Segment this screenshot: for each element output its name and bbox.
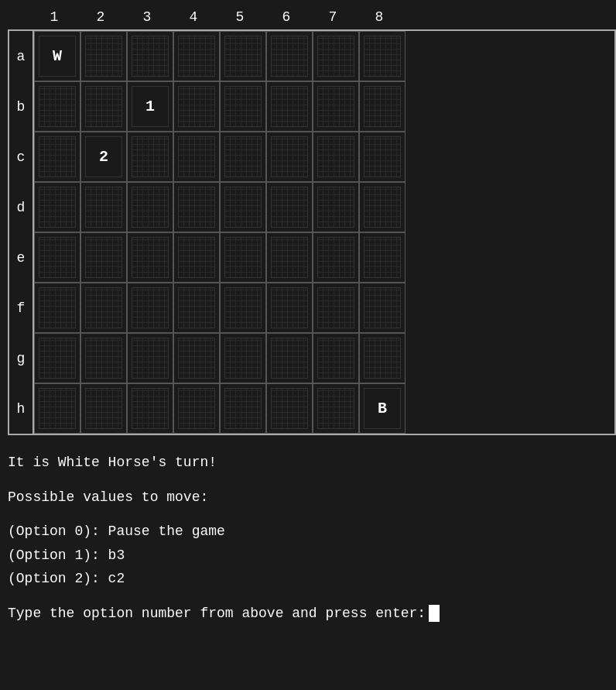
cell-a7 [313, 31, 359, 81]
cell-h6 [266, 383, 313, 434]
cell-g6 [266, 333, 313, 383]
row-label-c: c [9, 149, 33, 165]
row-label-b: b [9, 99, 33, 115]
row-label-f: f [9, 300, 33, 316]
cell-a1: W [34, 31, 80, 81]
cell-h8: B [359, 383, 406, 434]
cell-h3 [127, 383, 173, 434]
cell-g7 [313, 333, 359, 383]
cell-b2 [80, 81, 127, 132]
cell-d1 [34, 182, 80, 232]
possible-values-label: Possible values to move: [8, 486, 616, 510]
row-f: f [9, 283, 614, 333]
cell-e5 [220, 232, 266, 283]
row-label-g: g [9, 351, 33, 366]
cell-e3 [127, 232, 173, 283]
col-header-1: 1 [31, 8, 77, 29]
col-header-8: 8 [356, 8, 402, 29]
col-header-3: 3 [124, 8, 170, 29]
piece-a1: W [53, 47, 62, 65]
row-label-h: h [9, 401, 33, 417]
option-1: (Option 1): b3 [8, 544, 616, 568]
cell-f8 [359, 283, 406, 333]
cell-d2 [80, 182, 127, 232]
cell-d7 [313, 182, 359, 232]
text-cursor [429, 605, 440, 622]
option-2: (Option 2): c2 [8, 567, 616, 591]
cell-c2: 2 [80, 132, 127, 182]
col-header-7: 7 [310, 8, 356, 29]
cell-h4 [173, 383, 220, 434]
cell-f3 [127, 283, 173, 333]
row-b-cells: 1 [33, 81, 406, 132]
cell-c8 [359, 132, 406, 182]
cell-a3 [127, 31, 173, 81]
cell-f4 [173, 283, 220, 333]
row-a: a W [9, 31, 614, 81]
cell-c1 [34, 132, 80, 182]
row-label-d: d [9, 200, 33, 215]
cell-f6 [266, 283, 313, 333]
cell-f1 [34, 283, 80, 333]
row-d: d [9, 182, 614, 232]
cell-a8 [359, 31, 406, 81]
cell-e1 [34, 232, 80, 283]
row-label-e: e [9, 250, 33, 266]
cell-b5 [220, 81, 266, 132]
row-e-cells [33, 232, 406, 283]
row-h: h B [9, 383, 614, 434]
cell-a4 [173, 31, 220, 81]
cell-b3: 1 [127, 81, 173, 132]
row-e: e [9, 232, 614, 283]
cell-h5 [220, 383, 266, 434]
cell-f7 [313, 283, 359, 333]
option-0: (Option 0): Pause the game [8, 520, 616, 544]
row-c-cells: 2 [33, 132, 406, 182]
cell-c4 [173, 132, 220, 182]
cell-b4 [173, 81, 220, 132]
cell-e7 [313, 232, 359, 283]
cell-g2 [80, 333, 127, 383]
cell-a5 [220, 31, 266, 81]
info-section: It is White Horse's turn! Possible value… [8, 451, 616, 626]
cell-g8 [359, 333, 406, 383]
cell-f5 [220, 283, 266, 333]
col-header-2: 2 [77, 8, 124, 29]
cell-h2 [80, 383, 127, 434]
row-g-cells [33, 333, 406, 383]
cell-g4 [173, 333, 220, 383]
cell-c5 [220, 132, 266, 182]
cell-g3 [127, 333, 173, 383]
row-c: c 2 [9, 132, 614, 182]
row-f-cells [33, 283, 406, 333]
cell-b1 [34, 81, 80, 132]
col-header-6: 6 [263, 8, 310, 29]
cell-d5 [220, 182, 266, 232]
column-headers: 1 2 3 4 5 6 7 8 [31, 8, 616, 29]
input-prompt-area[interactable]: Type the option number from above and pr… [8, 602, 616, 626]
board-grid: a W b 1 [8, 29, 616, 435]
cell-d8 [359, 182, 406, 232]
cell-c3 [127, 132, 173, 182]
cell-b6 [266, 81, 313, 132]
cell-b7 [313, 81, 359, 132]
piece-b3: 1 [145, 98, 155, 115]
input-prompt-text: Type the option number from above and pr… [8, 602, 426, 626]
cell-d6 [266, 182, 313, 232]
cell-e8 [359, 232, 406, 283]
col-header-5: 5 [217, 8, 263, 29]
cell-e4 [173, 232, 220, 283]
piece-c2: 2 [99, 148, 108, 166]
cell-a6 [266, 31, 313, 81]
cell-h1 [34, 383, 80, 434]
cell-c7 [313, 132, 359, 182]
cell-a2 [80, 31, 127, 81]
cell-e6 [266, 232, 313, 283]
col-header-4: 4 [170, 8, 217, 29]
row-g: g [9, 333, 614, 383]
piece-h8: B [378, 400, 387, 417]
row-label-a: a [9, 49, 33, 64]
row-b: b 1 [9, 81, 614, 132]
cell-g1 [34, 333, 80, 383]
cell-b8 [359, 81, 406, 132]
